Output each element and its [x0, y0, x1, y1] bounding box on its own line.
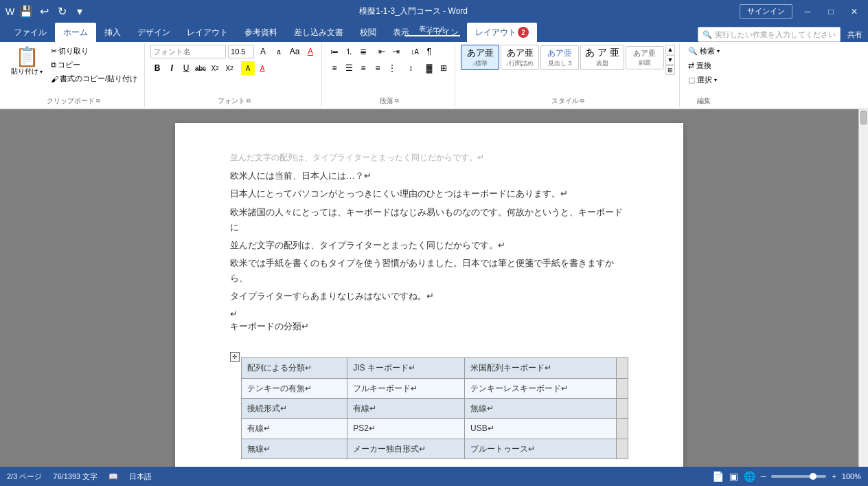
- undo-button[interactable]: ↩: [36, 4, 52, 19]
- table-cell: JIS キーボード↵: [347, 358, 465, 378]
- find-dropdown: ▾: [717, 48, 720, 54]
- strikethrough-button[interactable]: abc: [194, 61, 207, 75]
- style-normal[interactable]: あア亜 ↓標準: [461, 45, 499, 70]
- decrease-indent-button[interactable]: ⇤: [375, 45, 389, 58]
- styles-scroll-up[interactable]: ▲: [665, 45, 675, 54]
- numbering-button[interactable]: ⒈: [342, 45, 356, 58]
- zoom-in-button[interactable]: +: [832, 472, 836, 481]
- align-center-button[interactable]: ☰: [342, 61, 356, 75]
- search-box[interactable]: 🔍 実行したい作業を入力してください: [698, 27, 841, 42]
- change-case-button[interactable]: Aa: [288, 45, 301, 58]
- sign-in-button[interactable]: サインイン: [740, 4, 792, 19]
- copy-button[interactable]: ⧉ コピー: [48, 58, 140, 71]
- paste-dropdown-icon: ▾: [40, 69, 43, 75]
- table-row: 有線↵ PS2↵ USB↵: [242, 419, 628, 439]
- find-button[interactable]: 🔍 検索 ▾: [685, 45, 722, 58]
- redo-button[interactable]: ↻: [54, 4, 69, 19]
- clipboard-group: 📋 貼り付け ▾ ✂ 切り取り ⧉ コピー: [3, 43, 145, 107]
- show-marks-button[interactable]: ¶: [422, 45, 436, 58]
- font-color-button[interactable]: A: [255, 61, 269, 75]
- tab-table-layout[interactable]: レイアウト 2: [467, 23, 537, 42]
- bold-button[interactable]: B: [150, 61, 164, 75]
- document-area: 並んだ文字の配列は、タイプライターとまったく同じだからです。↵ 欧米人には当前、…: [0, 109, 868, 467]
- read-mode-icon[interactable]: 📄: [712, 471, 724, 482]
- save-button[interactable]: 💾: [19, 4, 34, 19]
- close-button[interactable]: ✕: [846, 3, 863, 20]
- tab-insert[interactable]: 挿入: [96, 23, 129, 42]
- web-layout-icon[interactable]: 🌐: [744, 471, 755, 482]
- style-normal-text: あア亜: [466, 47, 494, 59]
- tab-mailings[interactable]: 差し込み文書: [286, 23, 352, 42]
- document-scroll[interactable]: 並んだ文字の配列は、タイプライターとまったく同じだからです。↵ 欧米人には当前、…: [0, 109, 858, 467]
- grow-font-button[interactable]: A: [256, 45, 270, 58]
- tab-references[interactable]: 参考資料: [236, 23, 286, 42]
- paste-button[interactable]: 📋 貼り付け ▾: [7, 45, 47, 85]
- style-heading3[interactable]: あア亜 見出し 3: [540, 45, 579, 70]
- shrink-font-button[interactable]: a: [272, 45, 286, 58]
- bullets-button[interactable]: ≔: [328, 45, 341, 58]
- zoom-out-button[interactable]: ─: [761, 472, 766, 481]
- tab-file[interactable]: ファイル: [5, 23, 55, 42]
- para-row-2: ≡ ☰ ≡ ≡ ⋮ ↕ ▓ ⊞: [328, 61, 450, 75]
- tab-design[interactable]: デザイン: [129, 23, 179, 42]
- increase-indent-button[interactable]: ⇥: [389, 45, 403, 58]
- styles-more[interactable]: ⊞: [665, 65, 675, 75]
- tab-layout[interactable]: レイアウト: [179, 23, 236, 42]
- text-highlight-button[interactable]: A: [241, 61, 255, 75]
- window-title: 模擬1-1-3_入門コース - Word: [87, 5, 740, 17]
- font-size-input[interactable]: [228, 45, 254, 58]
- sort-button[interactable]: ↕A: [408, 45, 422, 58]
- italic-button[interactable]: I: [165, 61, 179, 75]
- style-title[interactable]: あ ア 亜 表題: [580, 45, 624, 70]
- align-right-button[interactable]: ≡: [356, 61, 370, 75]
- restore-button[interactable]: □: [823, 3, 839, 20]
- superscript-button[interactable]: X2: [222, 61, 236, 75]
- doc-heading-keyboard-class: キーボードの分類↵: [230, 319, 628, 334]
- paste-label: 貼り付け: [11, 67, 38, 76]
- shading-button[interactable]: ▓: [422, 61, 436, 75]
- paragraph-expand-icon[interactable]: ⧉: [395, 98, 399, 104]
- style-compact[interactable]: あア亜 ↓行間詰め: [501, 45, 539, 70]
- borders-button[interactable]: ⊞: [437, 61, 450, 75]
- select-dropdown: ▾: [714, 77, 717, 83]
- print-layout-icon[interactable]: ▣: [729, 471, 738, 482]
- clear-format-button[interactable]: A: [304, 45, 317, 58]
- table-cell: 接続形式↵: [242, 399, 347, 419]
- layout-badge: 2: [518, 27, 529, 38]
- doc-para-2: 日本人にとってパソコンがとっつきにくい理由のひとつはキーボードにあります。↵: [230, 186, 628, 201]
- select-button[interactable]: ⬚ 選択 ▾: [685, 74, 722, 87]
- vertical-scrollbar[interactable]: [858, 109, 868, 467]
- replace-button[interactable]: ⇄ 置換: [685, 59, 722, 72]
- tab-review[interactable]: 校閲: [352, 23, 385, 42]
- style-normal-label: ↓標準: [466, 59, 494, 68]
- styles-expand-icon[interactable]: ⧉: [580, 98, 584, 104]
- styles-content: あア亜 ↓標準 あア亜 ↓行間詰め あア亜 見出し 3 あ ア 亜 表題 あア亜: [461, 45, 675, 95]
- clipboard-expand-icon[interactable]: ⧉: [96, 98, 100, 104]
- minimize-button[interactable]: ─: [799, 3, 816, 20]
- scrollbar-thumb[interactable]: [860, 111, 867, 124]
- doc-para-4: 並んだ文字の配列は、タイプライターとまったく同じだからです。↵: [230, 238, 628, 253]
- align-left-button[interactable]: ≡: [328, 61, 341, 75]
- multilevel-button[interactable]: ≣: [356, 45, 370, 58]
- cut-button[interactable]: ✂ 切り取り: [48, 45, 140, 58]
- customize-qat-button[interactable]: ▾: [72, 4, 87, 19]
- underline-button[interactable]: U: [179, 61, 193, 75]
- style-subtitle[interactable]: あア亜 副題: [626, 46, 664, 69]
- table-container: ✛ 配列による分類↵ JIS キーボード↵ 米国配列キーボード↵ テンキーの有無…: [230, 352, 628, 465]
- justify-button[interactable]: ≡: [371, 61, 385, 75]
- subscript-button[interactable]: X2: [208, 61, 222, 75]
- share-label[interactable]: 共有: [847, 30, 863, 40]
- table-move-handle[interactable]: ✛: [230, 352, 240, 362]
- tab-home[interactable]: ホーム: [55, 23, 96, 42]
- font-expand-icon[interactable]: ⧉: [247, 98, 251, 104]
- table-cell-extra: [617, 358, 628, 378]
- status-left: 2/3 ページ 76/1393 文字 📖 日本語: [7, 472, 152, 482]
- zoom-slider[interactable]: [771, 475, 826, 478]
- format-painter-button[interactable]: 🖌 書式のコピー/貼り付け: [48, 72, 140, 85]
- font-name-input[interactable]: [150, 45, 226, 58]
- line-spacing-button[interactable]: ↕: [404, 61, 418, 75]
- paragraph-group-label: 段落 ⧉: [380, 95, 399, 106]
- styles-scroll-down[interactable]: ▼: [665, 55, 675, 65]
- distributed-button[interactable]: ⋮: [385, 61, 399, 75]
- format-painter-label: 書式のコピー/貼り付け: [60, 74, 137, 84]
